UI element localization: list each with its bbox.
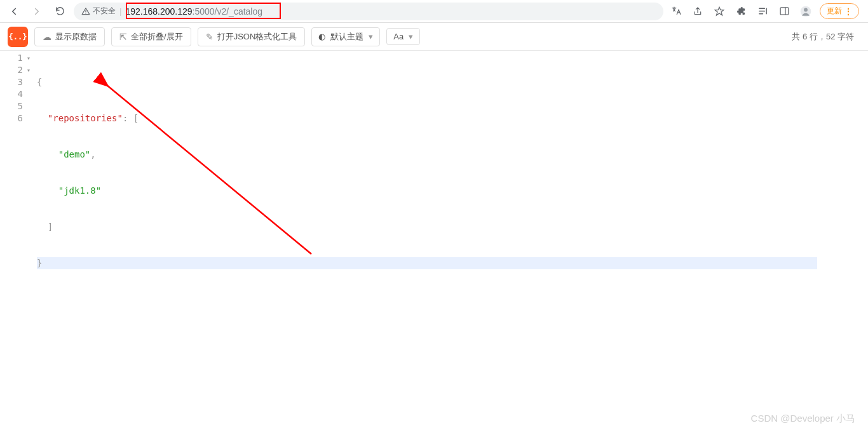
update-button[interactable]: 更新 ⋮ [820, 3, 859, 19]
theme-select[interactable]: ◐ 默认主题 ▾ [311, 27, 380, 46]
document-stats: 共 6 行，52 字符 [792, 31, 860, 43]
watermark-text: CSDN @Developer 小马 [751, 413, 855, 425]
profile-avatar-icon[interactable] [798, 4, 813, 19]
show-raw-button[interactable]: ☁ 显示原数据 [34, 27, 105, 46]
chevron-down-icon: ▾ [409, 32, 413, 41]
extension-logo[interactable]: {..} [8, 27, 28, 47]
code-content[interactable]: { "repositories": [ "demo", "jdk1.8" ] } [33, 51, 868, 293]
collapse-icon: ⇱ [119, 32, 127, 42]
svg-point-1 [85, 13, 86, 13]
browser-navigation-bar: 不安全 | 192.168.200.129:5000/v2/_catalog 更… [0, 0, 868, 23]
address-bar[interactable]: 不安全 | 192.168.200.129:5000/v2/_catalog [74, 3, 663, 20]
font-select[interactable]: Aa ▾ [386, 28, 420, 45]
extensions-icon[interactable] [733, 4, 749, 19]
chevron-down-icon: ▾ [369, 32, 373, 41]
security-label: 不安全 [93, 6, 116, 17]
line-number-gutter: 1▾ 2▾ 3 4 5 6 [0, 51, 33, 293]
url-text: 192.168.200.129:5000/v2/_catalog [125, 6, 656, 17]
back-button[interactable] [5, 3, 23, 20]
cloud-icon: ☁ [43, 32, 51, 42]
share-icon[interactable] [690, 4, 705, 19]
fold-icon[interactable]: ▾ [25, 64, 31, 76]
palette-icon: ◐ [318, 32, 325, 41]
document-icon: ✎ [206, 32, 214, 42]
svg-point-5 [804, 8, 808, 11]
browser-right-controls: 更新 ⋮ [668, 3, 863, 19]
forward-button[interactable] [28, 3, 46, 20]
warning-icon [81, 7, 90, 16]
open-formatter-button[interactable]: ✎ 打开JSON格式化工具 [198, 27, 306, 46]
json-code-viewer: 1▾ 2▾ 3 4 5 6 { "repositories": [ "demo"… [0, 51, 868, 293]
json-viewer-toolbar: {..} ☁ 显示原数据 ⇱ 全部折叠/展开 ✎ 打开JSON格式化工具 ◐ 默… [0, 23, 868, 51]
reading-list-icon[interactable] [755, 4, 770, 19]
side-panel-icon[interactable] [776, 4, 792, 19]
site-security-indicator[interactable]: 不安全 [81, 6, 116, 17]
svg-rect-2 [780, 8, 789, 15]
bookmark-star-icon[interactable] [712, 4, 727, 19]
collapse-expand-button[interactable]: ⇱ 全部折叠/展开 [111, 27, 191, 46]
translate-icon[interactable] [668, 4, 684, 19]
fold-icon[interactable]: ▾ [25, 52, 31, 64]
reload-button[interactable] [51, 3, 69, 20]
